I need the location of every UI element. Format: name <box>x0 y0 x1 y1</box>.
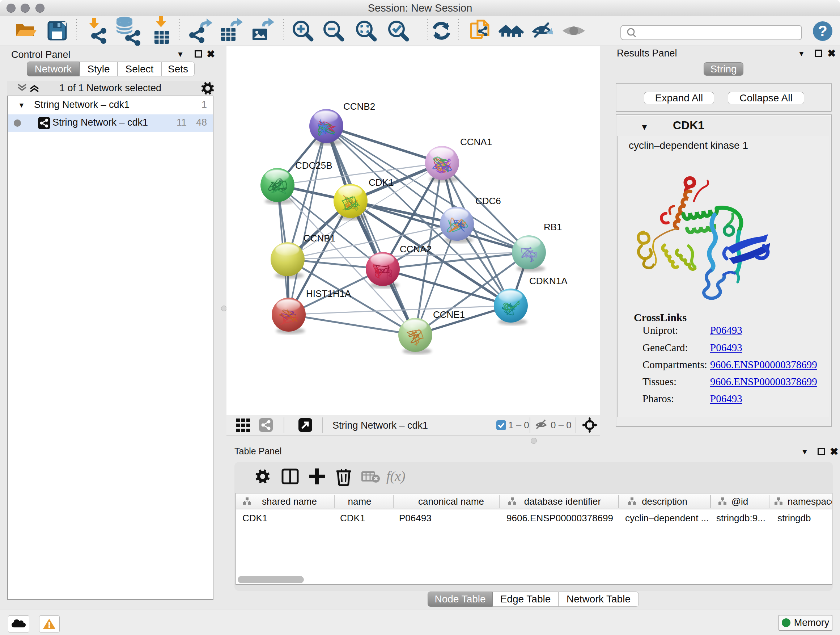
svg-text:?: ? <box>818 22 827 40</box>
svg-text:name: name <box>347 496 371 507</box>
svg-text:0 – 0: 0 – 0 <box>551 420 572 431</box>
svg-text:String Network – cdk1: String Network – cdk1 <box>332 420 428 431</box>
svg-text:description: description <box>642 496 687 507</box>
svg-text:database identifier: database identifier <box>524 496 601 507</box>
svg-text:HIST1H1A: HIST1H1A <box>306 288 351 299</box>
svg-text:CDKN1A: CDKN1A <box>529 276 568 287</box>
svg-text:canonical name: canonical name <box>418 496 484 507</box>
svg-text:CCNA2: CCNA2 <box>400 244 431 255</box>
svg-text:CDK1: CDK1 <box>369 177 393 188</box>
svg-text:CDC25B: CDC25B <box>295 160 332 171</box>
svg-text:CCNB2: CCNB2 <box>343 101 375 112</box>
svg-text:1 – 0: 1 – 0 <box>508 420 529 431</box>
svg-text:f(x): f(x) <box>386 469 406 484</box>
svg-text:namespace: namespace <box>788 496 832 507</box>
svg-text:CCNB1: CCNB1 <box>303 233 335 244</box>
svg-text:CCNE1: CCNE1 <box>433 309 465 320</box>
svg-text:CDC6: CDC6 <box>475 195 501 206</box>
svg-text:shared name: shared name <box>262 496 317 507</box>
svg-text:CCNA1: CCNA1 <box>460 136 492 147</box>
svg-text:@id: @id <box>731 496 748 507</box>
svg-text:RB1: RB1 <box>544 222 562 233</box>
